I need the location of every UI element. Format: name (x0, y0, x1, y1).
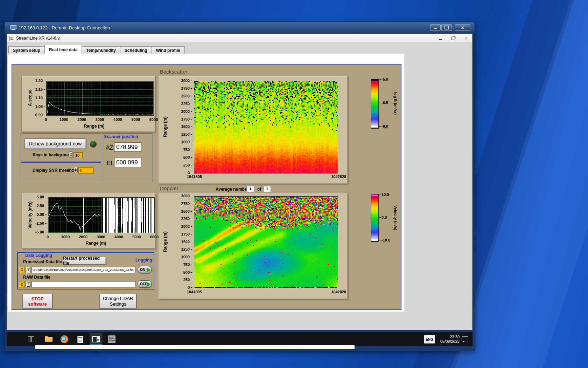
raw-path-browse-icon[interactable] (26, 281, 30, 287)
document-app-icon[interactable] (74, 333, 86, 345)
renew-background-button[interactable]: Renew background now (24, 138, 86, 149)
processed-data-file-label: Processed Data file (23, 259, 62, 264)
backscatter-x-end-label: 1042828 (292, 175, 346, 179)
velocity-x-axis-ticks: 0100020003000400050006000 (40, 235, 162, 239)
toggle-arrow-icon (147, 268, 150, 272)
taskbar-clock[interactable]: 23:30 05/08/2023 (436, 335, 460, 344)
ascope-y-axis-label: A-scope (28, 86, 32, 110)
tab-system-setup[interactable]: System setup (8, 46, 45, 54)
tab-bar: System setup Real time data Temp/humidit… (8, 45, 184, 54)
elevation-value-field[interactable]: 000.099 (114, 158, 141, 167)
average-number-label: Average number (216, 187, 248, 192)
app-close-button[interactable]: × (462, 35, 471, 41)
app-restore-button[interactable] (449, 35, 458, 41)
processed-path-field[interactable]: C:\Lidar\Data\Proc\2023\202308\20230805\… (31, 267, 136, 273)
processed-drive-selector[interactable]: C (19, 267, 25, 273)
taskbar-date: 05/08/2023 (436, 339, 460, 344)
average-total-field[interactable]: 1 (263, 186, 271, 192)
toggle-arrow-icon (147, 282, 150, 286)
language-indicator[interactable]: ENG (424, 335, 435, 343)
rays-in-background-label: Rays in background (33, 152, 73, 157)
velocity-plot (48, 197, 155, 233)
azimuth-value-field[interactable]: 078.999 (114, 142, 141, 152)
vi-file-icon (9, 36, 15, 41)
rdp-maximize-button[interactable] (441, 24, 452, 31)
scan-icon-text1: Scan (109, 337, 114, 339)
average-of-label: of (257, 187, 261, 192)
raw-data-file-label: RAW Data file (23, 275, 50, 280)
backscatter-x-start-label: 1041805 (187, 175, 202, 179)
firefox-icon[interactable] (58, 333, 71, 345)
renew-background-led (90, 141, 97, 148)
elevation-label: EL (107, 160, 114, 167)
doppler-title: Doppler (160, 185, 178, 191)
tab-scheduling[interactable]: Scheduling (120, 46, 152, 54)
processed-logging-toggle[interactable]: ON (138, 266, 152, 273)
scan-icon-text2: Sched (108, 339, 115, 342)
rdp-window-title: 192.168.0.122 - Remote Desktop Connectio… (19, 25, 110, 30)
backscatter-y-axis-label: Range (m) (163, 111, 168, 143)
stop-button-line2: software (28, 301, 47, 307)
tab-content-area: 1.201.151.101.050.99 A-scope 01000200030… (8, 54, 404, 312)
remote-taskbar: Scan Sched ENG 23:30 05/08/2023 (7, 332, 472, 346)
autohide-taskbar-strip (35, 345, 355, 349)
notification-chat-icon[interactable] (462, 336, 468, 341)
doppler-colorbar-label: Velocity (m/s) (392, 197, 398, 239)
change-lidar-settings-button[interactable]: Change LiDAR Settings (99, 294, 136, 309)
processed-path-browse-icon[interactable] (26, 267, 30, 273)
velocity-x-axis-label: Range (m) (68, 241, 124, 246)
remote-desktop-icon (10, 25, 16, 30)
doppler-colorbar-ticks: 10.00.0-10.0 (379, 193, 392, 242)
velocity-y-axis-ticks: 5.002.500.00-2.50-5.00 (33, 195, 47, 234)
raw-drive-selector[interactable]: C (19, 281, 25, 287)
raw-path-field[interactable] (31, 281, 136, 287)
start-menu-icon[interactable] (25, 333, 37, 345)
average-number-field[interactable]: 1 (246, 186, 254, 192)
rdp-close-button[interactable]: × (455, 24, 470, 31)
backscatter-colorbar-label: log B (/m/sr) (392, 82, 398, 124)
data-logging-title: Data Logging (25, 253, 52, 258)
desktop: 192.168.0.122 - Remote Desktop Connectio… (0, 0, 588, 368)
app-window-title: StreamLine XR v14-6.vi (16, 36, 61, 41)
rdp-minimize-button[interactable] (430, 24, 441, 31)
logging-label: Logging (135, 258, 152, 263)
raw-logging-state: OFF (140, 282, 147, 286)
backscatter-colorbar (371, 79, 379, 129)
ascope-y-axis-ticks: 1.201.151.101.050.99 (32, 79, 45, 117)
taskbar-time: 23:30 (436, 335, 460, 339)
velocity-y-axis-label: Velocity (m/s) (28, 198, 32, 232)
snr-threshold-label: Display SNR threshold (33, 168, 78, 173)
rdp-window: 192.168.0.122 - Remote Desktop Connectio… (4, 22, 475, 351)
doppler-x-end-label: 1042828 (292, 290, 346, 294)
app-titlebar[interactable]: StreamLine XR v14-6.vi × (7, 34, 472, 43)
file-explorer-icon[interactable] (42, 333, 55, 345)
tab-temp-humidity[interactable]: Temp/humidity (82, 46, 120, 54)
labview-front-panel: 1.201.151.101.050.99 A-scope 01000200030… (12, 64, 401, 310)
app-minimize-button[interactable] (436, 35, 445, 41)
ascope-x-axis-ticks: 0100020003000400050006000 (38, 117, 161, 122)
restart-processed-file-button[interactable]: Restart processed file (63, 257, 106, 265)
streamline-app-icon[interactable] (90, 333, 102, 345)
snr-spinner[interactable] (74, 167, 77, 173)
backscatter-y-axis-ticks: 3000275025002250200017501500125010007505… (177, 79, 192, 175)
rdp-titlebar[interactable]: 192.168.0.122 - Remote Desktop Connectio… (5, 22, 475, 34)
change-button-line2: Settings (110, 301, 126, 307)
raw-logging-toggle[interactable]: OFF (138, 280, 152, 288)
backscatter-heatmap (194, 81, 338, 173)
stop-software-button[interactable]: STOP software (22, 294, 52, 309)
backscatter-colorbar-ticks: -5.0-6.5-8.0 (379, 77, 392, 128)
app-window: StreamLine XR v14-6.vi × System setup Re… (7, 34, 472, 330)
tab-real-time-data[interactable]: Real time data (44, 45, 82, 54)
snr-value-field[interactable]: 1 (78, 168, 94, 173)
scan-scheduler-icon[interactable]: Scan Sched (105, 333, 118, 345)
rays-spinner[interactable] (69, 151, 73, 158)
ascope-plot (46, 81, 154, 116)
rays-value-field[interactable]: 10 (74, 152, 83, 158)
stop-button-line1: STOP (31, 296, 43, 301)
doppler-heatmap (194, 196, 338, 288)
doppler-y-axis-ticks: 3000275025002250200017501500125010007505… (177, 194, 192, 289)
tab-wind-profile[interactable]: Wind profile (152, 46, 185, 54)
scanner-position-title: Scanner position (104, 134, 138, 139)
ascope-x-axis-label: Range (m) (66, 124, 122, 129)
doppler-x-start-label: 1041805 (187, 290, 202, 294)
